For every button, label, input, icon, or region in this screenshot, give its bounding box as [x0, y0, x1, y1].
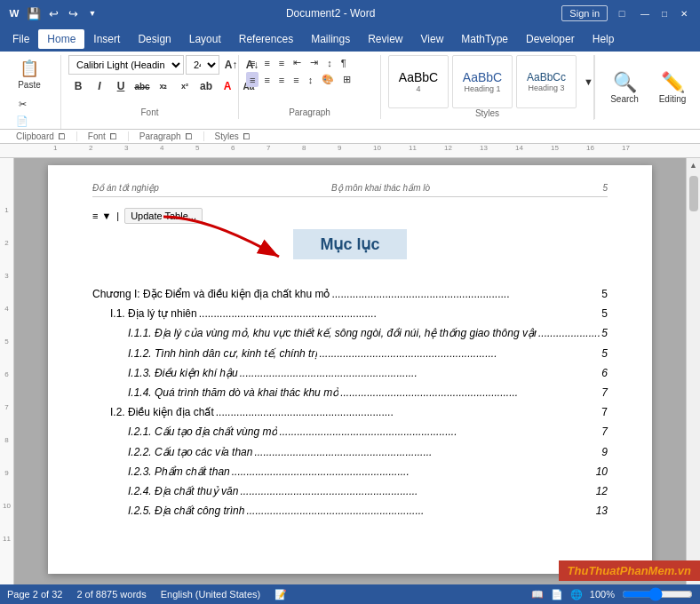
toc-entry-5: I.1.4. Quá trình thăm dò và khai thác kh…: [128, 385, 608, 401]
styles-section-label: Styles ⧠: [204, 131, 261, 141]
zoom-slider[interactable]: [622, 587, 693, 601]
toc-toolbar-dropdown[interactable]: ▼: [101, 211, 111, 221]
paste-button[interactable]: 📋 Paste: [12, 55, 46, 93]
style-heading1[interactable]: AaBbC Heading 1: [452, 55, 513, 108]
maximize-button[interactable]: □: [656, 4, 673, 22]
toc-dots-0: ........................................…: [331, 286, 600, 303]
toc-entry-1: I.1. Địa lý tự nhiên ...................…: [110, 306, 608, 322]
italic-button[interactable]: I: [90, 76, 109, 96]
decrease-indent-button[interactable]: ⇤: [290, 55, 305, 70]
search-section[interactable]: 🔍 Search: [602, 55, 647, 119]
toc-page-0: 5: [601, 286, 608, 303]
customize-qat-button[interactable]: ▼: [85, 6, 99, 20]
toc-page-2: 5: [601, 325, 608, 342]
menu-help[interactable]: Help: [584, 29, 624, 49]
toc-dots-5: ........................................…: [340, 385, 600, 401]
justify-button[interactable]: ≡: [290, 72, 302, 87]
window-title: Document2 - Word: [99, 7, 561, 20]
view-read-icon[interactable]: 📖: [531, 589, 544, 600]
toc-entry-8: I.2.2. Cấu tạo các vỉa than.............…: [128, 444, 608, 461]
toc-text-7: I.2.1. Cấu tạo địa chất vùng mỏ: [128, 424, 277, 441]
borders-button[interactable]: ⊞: [339, 72, 354, 87]
menu-developer[interactable]: Developer: [517, 29, 584, 49]
styles-expand-button[interactable]: ⧠: [243, 132, 251, 141]
line-spacing-button[interactable]: ↕: [305, 72, 317, 87]
underline-button[interactable]: U: [111, 76, 131, 96]
menu-layout[interactable]: Layout: [180, 29, 230, 49]
toc-page-4: 6: [601, 365, 608, 382]
toc-entry-9: I.2.3. Phẩm chất than...................…: [128, 464, 608, 481]
show-formatting-button[interactable]: ¶: [338, 55, 350, 70]
toc-toolbar-icon1: ≡: [92, 211, 98, 221]
style-normal[interactable]: AaBbC 4: [388, 55, 449, 108]
menu-review[interactable]: Review: [359, 29, 411, 49]
numbering-button[interactable]: ≡: [260, 55, 273, 70]
undo-button[interactable]: ↩: [46, 6, 60, 20]
save-button[interactable]: 💾: [27, 6, 41, 20]
toc-page-11: 13: [596, 503, 608, 520]
highlight-button[interactable]: ab: [196, 76, 216, 96]
toc-dots-10: ........................................…: [240, 483, 593, 500]
menu-mathtype[interactable]: MathType: [452, 29, 517, 49]
view-web-icon[interactable]: 🌐: [570, 589, 583, 600]
signin-button[interactable]: Sign in: [561, 5, 608, 21]
language-info: English (United States): [161, 589, 261, 600]
ribbon-labels-bar: Clipboard ⧠ Font ⧠ Paragraph ⧠ Styles ⧠: [0, 130, 700, 144]
clipboard-expand-button[interactable]: ⧠: [58, 132, 66, 141]
align-right-button[interactable]: ≡: [275, 72, 288, 87]
update-table-button[interactable]: Update Table...: [124, 208, 203, 224]
view-print-icon[interactable]: 📄: [551, 589, 563, 600]
toc-entry-3: I.1.2. Tình hình dân cư, kinh tế, chính …: [128, 346, 608, 362]
toc-text-3: I.1.2. Tình hình dân cư, kinh tế, chính …: [128, 346, 317, 362]
bold-button[interactable]: B: [68, 76, 88, 96]
font-expand-button[interactable]: ⧠: [109, 132, 117, 141]
strikethrough-button[interactable]: abc: [132, 76, 152, 96]
toc-entry-2: I.1.1. Địa lý của vùng mỏ, khu vực thiết…: [128, 325, 608, 342]
style-heading3[interactable]: AaBbCc Heading 3: [516, 55, 577, 108]
copy-button[interactable]: 📄: [12, 114, 32, 129]
styles-group: AaBbC 4 AaBbC Heading 1 AaBbCc Heading 3…: [381, 55, 594, 120]
paragraph-expand-button[interactable]: ⧠: [185, 132, 193, 141]
sort-button[interactable]: ↕: [323, 55, 336, 70]
increase-font-button[interactable]: A↑: [221, 55, 241, 75]
font-size-select[interactable]: 24: [186, 55, 219, 75]
restore-ribbon-icon[interactable]: □: [615, 6, 629, 20]
scroll-up-arrow[interactable]: ▲: [687, 158, 700, 172]
bullets-button[interactable]: ≡: [246, 55, 259, 70]
close-button[interactable]: ✕: [675, 4, 693, 22]
increase-indent-button[interactable]: ⇥: [306, 55, 322, 70]
menu-view[interactable]: View: [412, 29, 453, 49]
document-page: Đồ án tốt nghiệp Bộ môn khai thác hầm lò…: [48, 165, 652, 574]
font-family-select[interactable]: Calibri Light (Headings): [68, 55, 184, 75]
menu-file[interactable]: File: [4, 29, 38, 49]
menu-mailings[interactable]: Mailings: [302, 29, 359, 49]
align-left-button[interactable]: ≡: [246, 72, 259, 87]
toc-dots-4: ........................................…: [240, 365, 601, 382]
shading-button[interactable]: 🎨: [318, 72, 338, 87]
minimize-button[interactable]: —: [636, 4, 654, 22]
editing-section[interactable]: ✏️ Editing: [650, 55, 695, 119]
multilevel-button[interactable]: ≡: [275, 55, 288, 70]
redo-button[interactable]: ↪: [66, 6, 80, 20]
clipboard-group: 📋 Paste ✂ 📄 🖌 Clipboard: [5, 55, 61, 130]
scroll-thumb[interactable]: [689, 176, 698, 211]
right-scrollbar[interactable]: ▲ ▼: [686, 158, 700, 584]
toc-text-2: I.1.1. Địa lý của vùng mỏ, khu vực thiết…: [128, 325, 537, 342]
cut-button[interactable]: ✂: [12, 97, 32, 112]
superscript-button[interactable]: x²: [175, 76, 195, 96]
style-preview-2: AaBbCc: [527, 71, 566, 83]
menu-home[interactable]: Home: [38, 29, 84, 49]
menu-design[interactable]: Design: [129, 29, 179, 49]
menu-references[interactable]: References: [230, 29, 302, 49]
paragraph-section-label: Paragraph ⧠: [129, 131, 204, 141]
align-center-button[interactable]: ≡: [260, 72, 273, 87]
clipboard-section-label: Clipboard ⧠: [5, 131, 77, 141]
style-preview-1: AaBbC: [463, 70, 502, 84]
document-scroll-area[interactable]: Đồ án tốt nghiệp Bộ môn khai thác hầm lò…: [14, 158, 686, 584]
toc-text-9: I.2.3. Phẩm chất than: [128, 464, 230, 481]
paragraph-label: Paragraph: [246, 107, 373, 119]
font-color-button[interactable]: A: [218, 76, 237, 96]
menu-insert[interactable]: Insert: [84, 29, 129, 49]
toc-dots-11: ........................................…: [246, 503, 593, 520]
subscript-button[interactable]: x₂: [154, 76, 173, 96]
